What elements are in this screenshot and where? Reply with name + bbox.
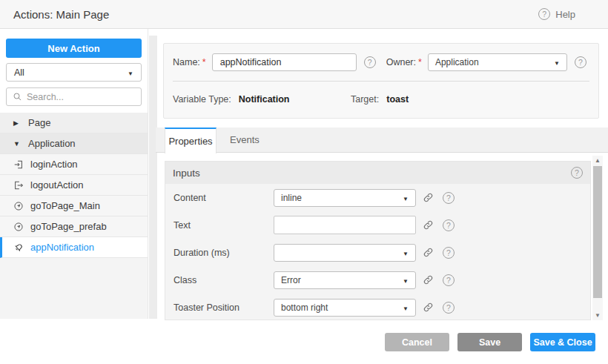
chevron-down-icon: [128, 67, 133, 78]
tree-item-application[interactable]: ▼ Application: [0, 133, 148, 154]
property-help-icon[interactable]: [443, 219, 455, 231]
text-label: Text: [174, 220, 274, 231]
goto-page-icon: [13, 201, 24, 211]
toaster-position-select[interactable]: bottom right: [274, 299, 416, 317]
chevron-down-icon: [403, 248, 409, 258]
inputs-panel: Inputs Content inline Text Duration (ms): [165, 161, 591, 320]
bind-link-icon[interactable]: [423, 247, 434, 258]
type-target-row: Variable Type: Notification Target: toas…: [164, 82, 598, 105]
duration-ms-label: Duration (ms): [174, 248, 274, 258]
toaster-position-label: Toaster Position: [174, 302, 274, 313]
dialog-header: Actions: Main Page Help: [0, 0, 608, 29]
notification-icon: [13, 242, 24, 253]
goto-page-icon: [13, 222, 24, 232]
name-field[interactable]: [212, 53, 357, 71]
search-input[interactable]: [27, 92, 135, 102]
tree-item-appnotification[interactable]: appNotification: [0, 237, 148, 258]
property-help-icon[interactable]: [443, 302, 455, 314]
duration-ms-select[interactable]: [274, 244, 416, 262]
bind-link-icon[interactable]: [423, 192, 434, 203]
sidebar-filler: [0, 258, 148, 319]
tree-item-logoutaction[interactable]: logoutAction: [0, 175, 148, 196]
class-label: Class: [174, 275, 274, 285]
bind-link-icon[interactable]: [423, 302, 434, 313]
scroll-down-icon[interactable]: [592, 311, 603, 320]
text-input[interactable]: [274, 216, 416, 234]
new-action-button[interactable]: New Action: [6, 39, 142, 58]
property-help-icon[interactable]: [443, 274, 455, 286]
save-button[interactable]: Save: [457, 333, 522, 351]
owner-help-icon[interactable]: [575, 56, 586, 68]
owner-group: Owner:* Application: [386, 53, 586, 71]
action-filter-select[interactable]: All: [6, 63, 142, 82]
tree-item-label: appNotification: [30, 242, 94, 253]
name-owner-row: Name:* Owner:* Application: [164, 44, 598, 71]
chevron-down-icon: [403, 302, 409, 313]
scroll-up-icon[interactable]: [592, 156, 603, 165]
name-help-icon[interactable]: [364, 56, 376, 68]
property-row: Content inline: [165, 184, 590, 211]
tree-item-label: Application: [28, 138, 76, 149]
class-value: Error: [281, 275, 301, 285]
chevron-down-icon: [403, 275, 409, 285]
target-group: Target: toast: [351, 94, 529, 105]
page-title: Actions: Main Page: [13, 8, 109, 21]
chevron-down-icon: [403, 193, 409, 203]
chevron-down-icon: [554, 57, 560, 67]
bind-link-icon[interactable]: [423, 274, 434, 285]
name-label: Name:*: [173, 57, 206, 67]
inputs-header: Inputs: [165, 162, 590, 184]
variable-type-group: Variable Type: Notification: [173, 94, 351, 105]
tree-item-label: logoutAction: [30, 179, 84, 191]
actions-dialog: Actions: Main Page Help New Action All ▶…: [0, 0, 608, 364]
detail-tabbar: Properties Events: [156, 128, 608, 153]
tree-item-label: goToPage_Main: [30, 200, 100, 211]
inputs-title: Inputs: [173, 168, 200, 179]
tree-item-label: Page: [28, 117, 50, 128]
content-select[interactable]: inline: [274, 189, 416, 207]
content-value: inline: [281, 193, 302, 203]
action-search: [6, 87, 142, 106]
help-button[interactable]: Help: [538, 8, 575, 20]
tree-item-gotopage-prefab[interactable]: goToPage_prefab: [0, 216, 148, 237]
save-and-close-button[interactable]: Save & Close: [530, 333, 595, 351]
scrollbar-thumb[interactable]: [593, 166, 602, 298]
class-select[interactable]: Error: [274, 271, 416, 289]
help-label: Help: [555, 9, 575, 20]
toaster-position-value: bottom right: [281, 302, 328, 313]
chevron-collapsed-icon: ▶: [13, 119, 22, 127]
action-detail-panel: Name:* Owner:* Application Variable Type…: [163, 43, 599, 119]
target-value: toast: [386, 94, 409, 105]
tab-events[interactable]: Events: [217, 128, 273, 152]
property-row: Toaster Position bottom right: [165, 294, 590, 321]
cancel-button[interactable]: Cancel: [385, 333, 449, 351]
required-marker: *: [202, 57, 206, 67]
inputs-help-icon[interactable]: [571, 167, 583, 179]
tab-properties[interactable]: Properties: [165, 128, 217, 153]
tree-item-label: goToPage_prefab: [30, 221, 107, 232]
owner-value: Application: [435, 57, 479, 67]
owner-label: Owner:*: [386, 57, 422, 67]
login-icon: [13, 159, 24, 170]
inputs-body: Content inline Text Duration (ms) Class: [165, 184, 590, 321]
content-label: Content: [174, 193, 274, 203]
variable-type-label: Variable Type:: [173, 94, 231, 105]
help-icon: [538, 8, 550, 20]
tree-item-loginaction[interactable]: loginAction: [0, 154, 148, 175]
property-help-icon[interactable]: [443, 192, 455, 204]
logout-icon: [13, 180, 24, 191]
action-tree: ▶ Page ▼ Application loginAction logoutA…: [0, 113, 148, 258]
tree-item-gotopage-main[interactable]: goToPage_Main: [0, 196, 148, 216]
property-help-icon[interactable]: [443, 247, 455, 259]
property-row: Duration (ms): [165, 239, 590, 266]
bind-link-icon[interactable]: [423, 219, 434, 231]
action-filter-value: All: [14, 67, 24, 78]
variable-type-value: Notification: [239, 94, 290, 105]
tree-item-page[interactable]: ▶ Page: [0, 113, 148, 133]
owner-select[interactable]: Application: [428, 53, 567, 71]
property-row: Text: [165, 211, 590, 239]
target-label: Target:: [351, 94, 379, 105]
vertical-scrollbar: [592, 156, 603, 320]
property-row: Class Error: [165, 266, 590, 294]
tree-item-label: loginAction: [30, 159, 78, 170]
